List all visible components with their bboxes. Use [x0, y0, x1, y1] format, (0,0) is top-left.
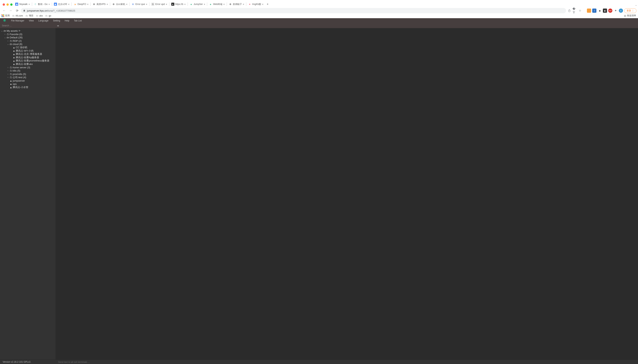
- tree-row[interactable]: ▲CC 洛杉矶: [0, 46, 56, 49]
- close-icon[interactable]: ×: [87, 3, 89, 6]
- browser-tab[interactable]: ✪ 发表帖子 ×: [227, 2, 246, 7]
- tree-row[interactable]: ›🗀公司-test (4): [0, 76, 56, 79]
- close-window-button[interactable]: [3, 4, 5, 6]
- tab-title: 美国VPS: [97, 3, 106, 6]
- tree-row[interactable]: ▲ops: [0, 82, 56, 86]
- close-icon[interactable]: ×: [166, 3, 167, 6]
- window-controls: [3, 4, 13, 6]
- browser-tab[interactable]: ● https://b ×: [170, 2, 187, 7]
- tab-title: Web终端: [213, 3, 222, 6]
- favicon-icon: ✪: [131, 3, 135, 6]
- favicon-icon: ◈: [190, 3, 193, 6]
- menu-item[interactable]: Setting: [53, 19, 60, 22]
- browser-toolbar: ← → ⟳ 🔒︎ jumpserver.frps.cn/luna/?_=1638…: [0, 7, 276, 14]
- close-icon[interactable]: ×: [204, 3, 205, 6]
- refresh-icon[interactable]: ⟳: [19, 30, 20, 32]
- favicon-icon: ▣: [15, 3, 18, 6]
- tree-row[interactable]: ⌄🗁Default (26): [0, 36, 56, 39]
- back-button[interactable]: ←: [2, 8, 7, 13]
- linux-icon: ▲: [10, 86, 12, 89]
- tree-row[interactable]: ▲jumpserver: [0, 79, 56, 82]
- tree-row[interactable]: ›🗀RDP (2): [0, 39, 56, 43]
- tree-row[interactable]: ▲腾讯云-轻量prometheus服务器: [0, 59, 56, 63]
- tree-row[interactable]: ▲腾讯云-北京-博客服务器: [0, 52, 56, 56]
- menu-item[interactable]: File Manager: [11, 19, 24, 22]
- browser-tab[interactable]: ◈ JumpSer ×: [188, 2, 207, 7]
- minimize-window-button[interactable]: [7, 4, 9, 6]
- tree-row[interactable]: ›🗀Favorite (0): [0, 33, 56, 36]
- maximize-window-button[interactable]: [10, 4, 13, 6]
- browser-tab[interactable]: C 数组 - Go ×: [33, 2, 52, 7]
- expand-icon[interactable]: ›: [7, 70, 9, 72]
- expand-icon[interactable]: ⌄: [7, 43, 9, 45]
- browser-tab[interactable]: ▣ Skywalk ×: [14, 2, 32, 7]
- folder-icon: 🗀: [26, 14, 28, 17]
- menu-item[interactable]: Help: [65, 19, 70, 22]
- close-icon[interactable]: ×: [146, 3, 147, 6]
- expand-icon[interactable]: ›: [7, 66, 9, 68]
- menu-item[interactable]: Tab List: [74, 19, 82, 22]
- tab-title: DeepFO: [78, 3, 86, 6]
- close-icon[interactable]: ×: [223, 3, 225, 6]
- search-input[interactable]: [0, 23, 56, 28]
- close-icon[interactable]: ×: [107, 3, 108, 6]
- bookmark-folder[interactable]: 🗀ukx: [36, 14, 43, 17]
- tree-label: 腾讯云-小水管: [13, 86, 28, 89]
- bookmark-folder[interactable]: 🗀i4t.com: [12, 14, 23, 17]
- close-icon[interactable]: ×: [68, 3, 70, 6]
- linux-icon: ▲: [13, 56, 15, 59]
- folder-open-icon: 🗁: [7, 36, 9, 39]
- expand-icon[interactable]: ⌄: [4, 36, 6, 38]
- apps-bookmark[interactable]: 应用: [2, 14, 10, 17]
- browser-tab[interactable]: G Error upd ×: [150, 2, 169, 7]
- tree-row[interactable]: ⌄🗁My assets⟳: [0, 29, 56, 33]
- tree-label: prod-k8s (5): [13, 73, 26, 76]
- tree-row[interactable]: ›🗀home server (3): [0, 66, 56, 69]
- tree-row[interactable]: ▲腾讯云-轻量ukx: [0, 62, 56, 66]
- close-icon[interactable]: ×: [243, 3, 244, 6]
- favicon-icon: ◗: [74, 3, 77, 6]
- collapse-sidebar-icon[interactable]: ◂▸: [57, 24, 59, 27]
- close-icon[interactable]: ×: [49, 3, 50, 6]
- expand-icon[interactable]: ›: [7, 73, 9, 75]
- terminal-content[interactable]: [56, 28, 276, 158]
- folder-icon: 🗀: [7, 33, 9, 36]
- tree-row[interactable]: ▲腾讯云-小水管: [0, 86, 56, 89]
- bookmark-folder[interactable]: 🗀项目: [26, 14, 34, 17]
- close-icon[interactable]: ×: [29, 3, 30, 6]
- tree-row[interactable]: ›🗀prod-k8s (5): [0, 72, 56, 76]
- tree-label: home server (3): [13, 66, 30, 69]
- favicon-icon: C: [34, 3, 37, 6]
- menu-item[interactable]: Language: [38, 19, 49, 22]
- close-icon[interactable]: ×: [184, 3, 186, 6]
- address-bar[interactable]: 🔒︎ jumpserver.frps.cn/luna/?_=1638107709…: [21, 8, 276, 13]
- tree-row[interactable]: ⌄🗁cloud (6): [0, 42, 56, 46]
- tree-row[interactable]: ▲腾讯云-轻量frp服务器: [0, 56, 56, 59]
- tree-row[interactable]: ▲腾讯云-WY-小鸡: [0, 49, 56, 52]
- linux-icon: ▲: [10, 82, 12, 86]
- close-icon[interactable]: ×: [262, 3, 264, 6]
- tree-row[interactable]: ›🗀k8s (5): [0, 69, 56, 72]
- browser-tab[interactable]: ✪ 美国VPS ×: [91, 2, 110, 7]
- new-tab-button[interactable]: +: [265, 2, 270, 7]
- expand-icon[interactable]: ›: [4, 33, 6, 35]
- bookmark-label: i4t.com: [16, 14, 23, 17]
- browser-tab[interactable]: ✦ ImgKb图 ×: [247, 2, 265, 7]
- tab-title: JumpSer: [194, 3, 203, 6]
- browser-tab[interactable]: ▣ 北京v2环 ×: [53, 2, 71, 7]
- menu-item[interactable]: View: [29, 19, 34, 22]
- favicon-icon: ✪: [112, 3, 115, 6]
- browser-tab[interactable]: ✪ 出cc家机 ×: [111, 2, 129, 7]
- reload-button[interactable]: ⟳: [15, 8, 20, 13]
- expand-icon[interactable]: ›: [7, 40, 9, 42]
- close-icon[interactable]: ×: [126, 3, 128, 6]
- browser-tab[interactable]: ✪ Error que ×: [130, 2, 149, 7]
- browser-tab[interactable]: ◗ DeepFO ×: [72, 2, 90, 7]
- bookmarks-bar: 应用 🗀i4t.com🗀项目🗀ukx🗀go ▤ 阅读清单: [0, 13, 276, 18]
- browser-tab[interactable]: ◈ Web终端 ×: [208, 2, 226, 7]
- folder-open-icon: 🗁: [10, 43, 12, 46]
- expand-icon[interactable]: ›: [7, 76, 9, 78]
- forward-button[interactable]: →: [8, 8, 13, 13]
- bookmark-folder[interactable]: 🗀go: [45, 14, 51, 17]
- expand-icon[interactable]: ⌄: [1, 30, 3, 32]
